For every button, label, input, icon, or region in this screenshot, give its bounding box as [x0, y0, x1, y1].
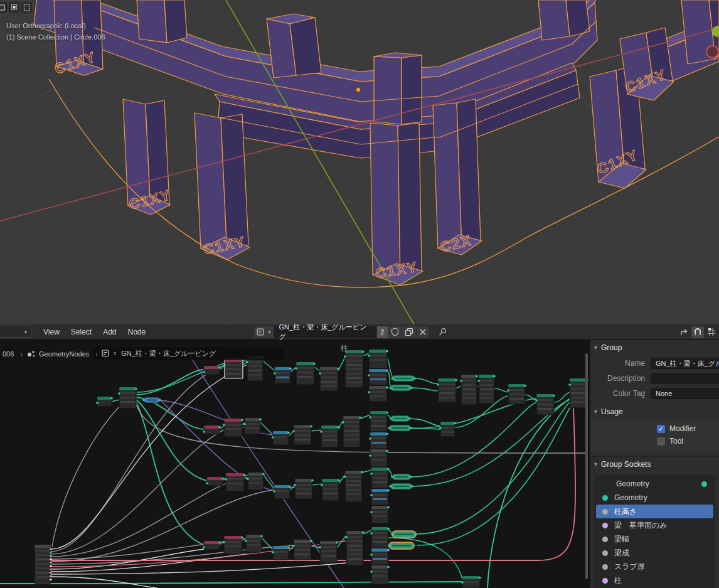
graph-node[interactable] [320, 425, 339, 447]
graph-scrollbar[interactable] [585, 353, 588, 579]
graph-node[interactable] [460, 375, 478, 405]
graph-node[interactable] [368, 369, 388, 385]
graph-node[interactable] [294, 479, 314, 499]
panel-header-usage[interactable]: ▾ Usage [590, 404, 719, 419]
socket-row[interactable]: Geometry [596, 491, 713, 505]
tool-checkbox-row[interactable]: Tool [590, 435, 719, 447]
panel-header-group-sockets[interactable]: ▾ Group Sockets [590, 456, 719, 471]
graph-node[interactable] [370, 489, 390, 505]
graph-node[interactable] [507, 384, 526, 404]
collapsed-node-capsule[interactable] [391, 375, 416, 382]
socket-row[interactable]: 梁成 [596, 546, 713, 560]
graph-node[interactable] [203, 425, 221, 434]
color-tag-select[interactable]: None [651, 388, 719, 399]
graph-node[interactable] [461, 576, 481, 588]
vertex-select-button[interactable] [0, 2, 7, 13]
graph-node[interactable] [321, 479, 340, 501]
graph-node[interactable] [369, 411, 388, 432]
graph-node[interactable] [272, 431, 290, 445]
tool-checkbox[interactable] [657, 437, 665, 446]
graph-node[interactable] [118, 387, 137, 409]
browse-node-group-button[interactable]: ▾ [254, 326, 274, 338]
socket-row[interactable]: 柱 [596, 574, 713, 587]
graph-node[interactable] [370, 565, 390, 584]
graph-node[interactable] [35, 545, 52, 584]
socket-row[interactable]: スラブ厚 [596, 560, 713, 574]
graph-node[interactable] [369, 449, 388, 467]
graph-node[interactable] [370, 506, 390, 523]
menu-node[interactable]: Node [122, 326, 152, 338]
graph-node[interactable] [272, 546, 290, 560]
graph-node[interactable] [245, 535, 263, 552]
go-to-parent-button[interactable] [678, 326, 690, 338]
graph-node[interactable] [319, 541, 338, 563]
collapsed-node-capsule[interactable] [390, 415, 411, 422]
graph-node[interactable] [437, 378, 457, 402]
socket-row[interactable]: 梁 基準面のみ [596, 518, 713, 532]
graph-node[interactable] [96, 397, 113, 407]
graph-node[interactable] [206, 477, 224, 486]
menu-view[interactable]: View [38, 326, 65, 338]
collapsed-node-capsule[interactable] [388, 425, 412, 431]
graph-node[interactable] [223, 419, 243, 437]
modifier-checkbox[interactable]: ✓ [657, 425, 665, 433]
fake-user-button[interactable] [388, 326, 402, 338]
breadcrumb-object[interactable]: 006 [3, 350, 14, 358]
graph-node[interactable] [223, 359, 244, 378]
face-select-button[interactable] [21, 2, 32, 13]
graph-node[interactable] [243, 418, 262, 434]
gizmo-axis-y-ball[interactable] [712, 26, 719, 37]
shader-type-dropdown[interactable]: Modifier ▾ [0, 326, 31, 338]
gizmo-axis-x-ball[interactable] [706, 45, 719, 58]
edge-select-button[interactable] [9, 2, 19, 13]
graph-node[interactable] [342, 416, 361, 447]
snapping-toggle-button[interactable] [691, 326, 704, 338]
graph-node[interactable] [295, 362, 316, 385]
collapsed-node-capsule[interactable] [389, 385, 413, 391]
collapsed-node-capsule[interactable] [142, 397, 161, 403]
socket-row[interactable]: 柱高さ [596, 505, 713, 518]
menu-add[interactable]: Add [97, 326, 122, 338]
viewport-3d[interactable]: C1XYC1XYC1XYC1XYC2XC1XYC1XY User Orthog [0, 0, 719, 324]
graph-node[interactable] [319, 367, 339, 391]
graph-node[interactable] [370, 468, 390, 488]
collapsed-node-capsule[interactable] [391, 531, 417, 538]
graph-node[interactable] [292, 540, 312, 560]
collapsed-node-capsule[interactable] [388, 542, 415, 549]
graph-node[interactable] [345, 531, 365, 565]
graph-node[interactable] [225, 473, 245, 491]
socket-row[interactable]: Geometry [596, 477, 713, 491]
description-input[interactable] [651, 373, 719, 384]
graph-node[interactable] [370, 527, 390, 548]
graph-node[interactable] [535, 394, 555, 415]
graph-node[interactable] [203, 541, 221, 550]
graph-node[interactable] [370, 548, 390, 565]
graph-node[interactable] [274, 367, 292, 383]
user-count-badge[interactable]: 2 [377, 326, 389, 338]
graph-node[interactable] [368, 350, 388, 368]
graph-node[interactable] [292, 425, 312, 445]
graph-node[interactable] [203, 366, 221, 375]
collapsed-node-capsule[interactable] [391, 474, 412, 480]
graph-node[interactable] [344, 350, 365, 388]
graph-node[interactable] [273, 485, 291, 499]
graph-node[interactable] [369, 432, 388, 449]
menu-select[interactable]: Select [65, 326, 97, 338]
snap-settings-button[interactable] [705, 326, 718, 338]
pin-button[interactable] [435, 326, 451, 338]
graph-node[interactable] [223, 536, 243, 554]
new-copy-button[interactable] [402, 326, 417, 338]
socket-row[interactable]: 梁幅 [596, 532, 713, 546]
panel-header-group[interactable]: ▾ Group [590, 339, 719, 355]
breadcrumb-modifier[interactable]: GeometryNodes [39, 350, 89, 358]
node-group-name-field[interactable]: GN_柱・梁・床_グルーピング [274, 326, 377, 338]
modifier-checkbox-row[interactable]: ✓ Modifier [590, 422, 719, 435]
graph-node[interactable] [439, 422, 456, 437]
graph-node[interactable] [247, 473, 265, 490]
unlink-button[interactable] [417, 326, 429, 338]
graph-node[interactable] [344, 471, 363, 502]
node-graph-canvas[interactable]: 柱 006 › GeometryNodes › 2 GN_柱・梁・床 [0, 339, 590, 588]
name-input[interactable]: GN_柱・梁・床_グルーピング [651, 358, 719, 369]
collapsed-node-capsule[interactable] [389, 483, 413, 489]
graph-node[interactable] [368, 386, 388, 402]
